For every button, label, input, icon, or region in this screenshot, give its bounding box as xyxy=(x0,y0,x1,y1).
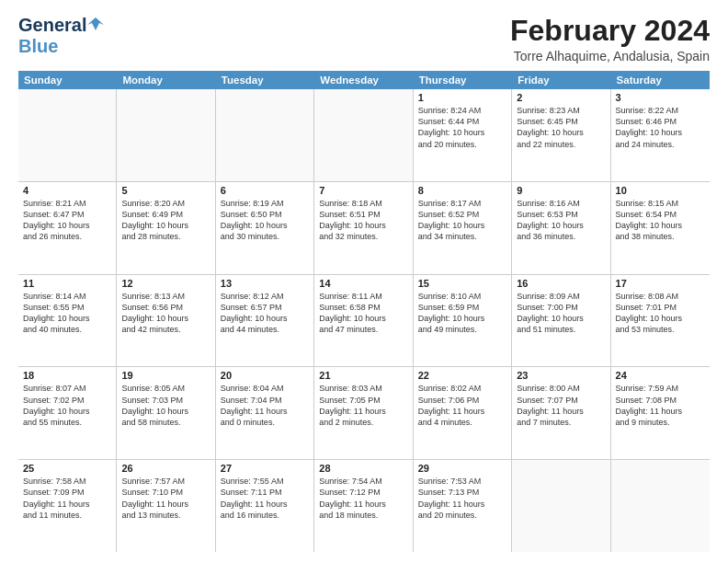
calendar-week-row: 11Sunrise: 8:14 AM Sunset: 6:55 PM Dayli… xyxy=(18,275,710,368)
calendar-cell: 7Sunrise: 8:18 AM Sunset: 6:51 PM Daylig… xyxy=(314,182,413,274)
calendar-cell: 10Sunrise: 8:15 AM Sunset: 6:54 PM Dayli… xyxy=(611,182,710,274)
day-number: 27 xyxy=(221,463,309,474)
calendar-cell: 25Sunrise: 7:58 AM Sunset: 7:09 PM Dayli… xyxy=(18,460,117,552)
day-number: 28 xyxy=(319,463,407,474)
cell-daylight-info: Sunrise: 8:09 AM Sunset: 7:00 PM Dayligh… xyxy=(517,291,605,336)
day-number: 14 xyxy=(319,278,407,289)
day-number: 25 xyxy=(23,463,111,474)
cell-daylight-info: Sunrise: 8:13 AM Sunset: 6:56 PM Dayligh… xyxy=(121,291,210,336)
cell-daylight-info: Sunrise: 8:10 AM Sunset: 6:59 PM Dayligh… xyxy=(418,291,506,336)
cell-daylight-info: Sunrise: 7:54 AM Sunset: 7:12 PM Dayligh… xyxy=(319,476,407,521)
day-number: 7 xyxy=(319,185,407,196)
header: General Blue February 2024 Torre Alhaqui… xyxy=(18,15,710,63)
cell-daylight-info: Sunrise: 8:18 AM Sunset: 6:51 PM Dayligh… xyxy=(319,198,407,243)
cell-daylight-info: Sunrise: 8:00 AM Sunset: 7:07 PM Dayligh… xyxy=(517,383,605,428)
calendar-cell: 14Sunrise: 8:11 AM Sunset: 6:58 PM Dayli… xyxy=(314,275,413,367)
calendar-cell xyxy=(117,89,215,181)
day-number: 22 xyxy=(418,370,506,381)
calendar-cell: 19Sunrise: 8:05 AM Sunset: 7:03 PM Dayli… xyxy=(117,367,215,459)
cell-daylight-info: Sunrise: 7:58 AM Sunset: 7:09 PM Dayligh… xyxy=(23,476,111,521)
cell-daylight-info: Sunrise: 8:07 AM Sunset: 7:02 PM Dayligh… xyxy=(23,383,111,428)
calendar-cell: 20Sunrise: 8:04 AM Sunset: 7:04 PM Dayli… xyxy=(216,367,314,459)
calendar-cell: 24Sunrise: 7:59 AM Sunset: 7:08 PM Dayli… xyxy=(611,367,710,459)
calendar-cell: 29Sunrise: 7:53 AM Sunset: 7:13 PM Dayli… xyxy=(414,460,512,552)
calendar-cell: 28Sunrise: 7:54 AM Sunset: 7:12 PM Dayli… xyxy=(314,460,413,552)
cell-daylight-info: Sunrise: 8:15 AM Sunset: 6:54 PM Dayligh… xyxy=(616,198,705,243)
cell-daylight-info: Sunrise: 8:24 AM Sunset: 6:44 PM Dayligh… xyxy=(418,105,506,150)
month-title: February 2024 xyxy=(510,15,710,47)
calendar: SundayMondayTuesdayWednesdayThursdayFrid… xyxy=(18,71,710,552)
calendar-cell: 18Sunrise: 8:07 AM Sunset: 7:02 PM Dayli… xyxy=(18,367,117,459)
day-number: 11 xyxy=(23,278,111,289)
calendar-cell: 12Sunrise: 8:13 AM Sunset: 6:56 PM Dayli… xyxy=(117,275,215,367)
day-number: 13 xyxy=(221,278,309,289)
day-number: 5 xyxy=(121,185,210,196)
calendar-header: SundayMondayTuesdayWednesdayThursdayFrid… xyxy=(18,71,710,89)
calendar-cell xyxy=(314,89,413,181)
day-number: 23 xyxy=(517,370,605,381)
calendar-cell: 17Sunrise: 8:08 AM Sunset: 7:01 PM Dayli… xyxy=(611,275,710,367)
cell-daylight-info: Sunrise: 8:02 AM Sunset: 7:06 PM Dayligh… xyxy=(418,383,506,428)
cell-daylight-info: Sunrise: 8:20 AM Sunset: 6:49 PM Dayligh… xyxy=(121,198,210,243)
calendar-cell xyxy=(512,460,610,552)
calendar-cell: 4Sunrise: 8:21 AM Sunset: 6:47 PM Daylig… xyxy=(18,182,117,274)
cell-daylight-info: Sunrise: 8:23 AM Sunset: 6:45 PM Dayligh… xyxy=(517,105,605,150)
cell-daylight-info: Sunrise: 8:17 AM Sunset: 6:52 PM Dayligh… xyxy=(418,198,506,243)
day-number: 21 xyxy=(319,370,407,381)
day-number: 26 xyxy=(121,463,210,474)
calendar-cell: 13Sunrise: 8:12 AM Sunset: 6:57 PM Dayli… xyxy=(216,275,314,367)
location-title: Torre Alhaquime, Andalusia, Spain xyxy=(510,49,710,63)
title-block: February 2024 Torre Alhaquime, Andalusia… xyxy=(510,15,710,63)
logo-bird-icon xyxy=(87,16,104,32)
cell-daylight-info: Sunrise: 7:55 AM Sunset: 7:11 PM Dayligh… xyxy=(221,476,309,521)
logo: General Blue xyxy=(18,15,104,57)
calendar-cell xyxy=(18,89,117,181)
cell-daylight-info: Sunrise: 8:16 AM Sunset: 6:53 PM Dayligh… xyxy=(517,198,605,243)
calendar-cell xyxy=(611,460,710,552)
calendar-cell: 21Sunrise: 8:03 AM Sunset: 7:05 PM Dayli… xyxy=(314,367,413,459)
cell-daylight-info: Sunrise: 8:04 AM Sunset: 7:04 PM Dayligh… xyxy=(221,383,309,428)
cell-daylight-info: Sunrise: 8:21 AM Sunset: 6:47 PM Dayligh… xyxy=(23,198,111,243)
page: General Blue February 2024 Torre Alhaqui… xyxy=(0,0,728,563)
cell-daylight-info: Sunrise: 8:22 AM Sunset: 6:46 PM Dayligh… xyxy=(616,105,705,150)
cell-daylight-info: Sunrise: 7:59 AM Sunset: 7:08 PM Dayligh… xyxy=(616,383,705,428)
calendar-day-header: Sunday xyxy=(18,71,117,89)
day-number: 6 xyxy=(221,185,309,196)
calendar-day-header: Friday xyxy=(512,71,610,89)
day-number: 17 xyxy=(616,278,705,289)
day-number: 2 xyxy=(517,92,605,103)
calendar-body: 1Sunrise: 8:24 AM Sunset: 6:44 PM Daylig… xyxy=(18,89,710,552)
calendar-cell: 11Sunrise: 8:14 AM Sunset: 6:55 PM Dayli… xyxy=(18,275,117,367)
calendar-cell: 8Sunrise: 8:17 AM Sunset: 6:52 PM Daylig… xyxy=(414,182,512,274)
day-number: 15 xyxy=(418,278,506,289)
day-number: 18 xyxy=(23,370,111,381)
calendar-week-row: 25Sunrise: 7:58 AM Sunset: 7:09 PM Dayli… xyxy=(18,460,710,552)
calendar-cell: 26Sunrise: 7:57 AM Sunset: 7:10 PM Dayli… xyxy=(117,460,215,552)
day-number: 16 xyxy=(517,278,605,289)
calendar-cell: 23Sunrise: 8:00 AM Sunset: 7:07 PM Dayli… xyxy=(512,367,610,459)
calendar-day-header: Thursday xyxy=(414,71,512,89)
calendar-week-row: 4Sunrise: 8:21 AM Sunset: 6:47 PM Daylig… xyxy=(18,182,710,275)
calendar-cell: 15Sunrise: 8:10 AM Sunset: 6:59 PM Dayli… xyxy=(414,275,512,367)
day-number: 29 xyxy=(418,463,506,474)
day-number: 9 xyxy=(517,185,605,196)
calendar-cell: 16Sunrise: 8:09 AM Sunset: 7:00 PM Dayli… xyxy=(512,275,610,367)
calendar-day-header: Wednesday xyxy=(314,71,413,89)
calendar-cell: 3Sunrise: 8:22 AM Sunset: 6:46 PM Daylig… xyxy=(611,89,710,181)
calendar-week-row: 18Sunrise: 8:07 AM Sunset: 7:02 PM Dayli… xyxy=(18,367,710,460)
cell-daylight-info: Sunrise: 8:12 AM Sunset: 6:57 PM Dayligh… xyxy=(221,291,309,336)
calendar-cell: 9Sunrise: 8:16 AM Sunset: 6:53 PM Daylig… xyxy=(512,182,610,274)
day-number: 24 xyxy=(616,370,705,381)
calendar-cell: 2Sunrise: 8:23 AM Sunset: 6:45 PM Daylig… xyxy=(512,89,610,181)
calendar-cell: 5Sunrise: 8:20 AM Sunset: 6:49 PM Daylig… xyxy=(117,182,215,274)
calendar-cell xyxy=(216,89,314,181)
day-number: 4 xyxy=(23,185,111,196)
day-number: 10 xyxy=(616,185,705,196)
cell-daylight-info: Sunrise: 8:08 AM Sunset: 7:01 PM Dayligh… xyxy=(616,291,705,336)
calendar-day-header: Monday xyxy=(117,71,215,89)
calendar-cell: 1Sunrise: 8:24 AM Sunset: 6:44 PM Daylig… xyxy=(414,89,512,181)
logo-blue-text: Blue xyxy=(18,36,58,56)
svg-marker-0 xyxy=(87,17,104,30)
day-number: 20 xyxy=(221,370,309,381)
calendar-cell: 6Sunrise: 8:19 AM Sunset: 6:50 PM Daylig… xyxy=(216,182,314,274)
